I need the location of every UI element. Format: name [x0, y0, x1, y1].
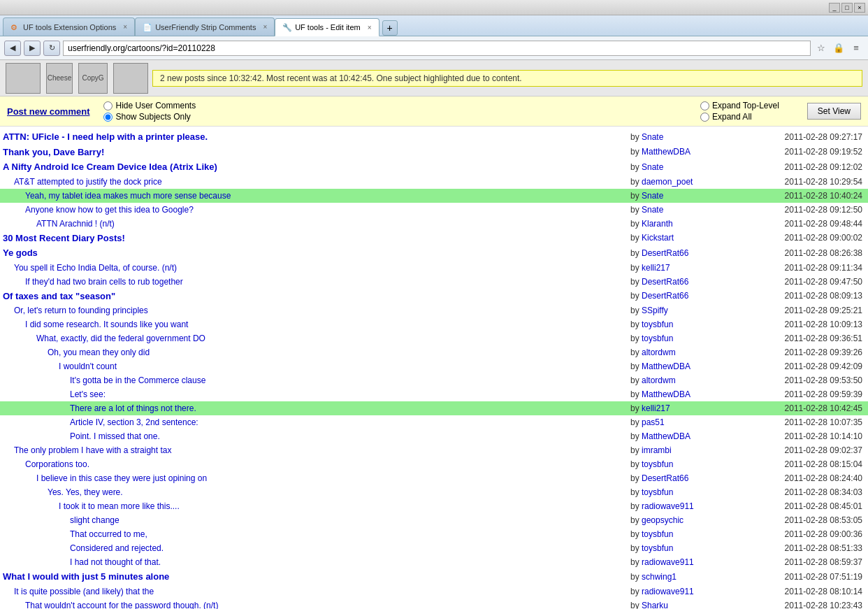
comment-by-cell: by Snate	[630, 161, 756, 173]
expand-top-level-radio[interactable]	[700, 101, 709, 110]
comment-author-link[interactable]: radiowave911	[642, 557, 694, 567]
post-new-comment-link[interactable]: Post new comment	[7, 106, 89, 117]
comment-author-link[interactable]: radiowave911	[642, 587, 694, 596]
comment-author-link[interactable]: MatthewDBA	[642, 431, 690, 441]
hide-user-comments-option[interactable]: Hide User Comments	[103, 101, 196, 110]
comment-author-link[interactable]: Klaranth	[642, 219, 673, 229]
comment-title-link[interactable]: AT&T attempted to justify the dock price	[14, 177, 162, 187]
comment-title-link[interactable]: If they'd had two brain cells to rub tog…	[25, 277, 183, 287]
comment-author-link[interactable]: DesertRat66	[642, 248, 688, 258]
comment-author-link[interactable]: DesertRat66	[642, 473, 688, 483]
refresh-button[interactable]: ↻	[43, 41, 60, 56]
tab-strip-comments[interactable]: 📄 UserFriendly Strip Comments ×	[135, 17, 275, 36]
comment-author-link[interactable]: MatthewDBA	[642, 147, 690, 157]
comment-title-link[interactable]: 30 Most Recent Diary Posts!	[3, 233, 125, 243]
comment-author-link[interactable]: imrambi	[642, 445, 672, 455]
comment-title-link[interactable]: Point. I missed that one.	[70, 431, 160, 441]
comment-title-link[interactable]: There are a lot of things not there.	[70, 403, 196, 413]
comment-author-link[interactable]: toysbfun	[642, 459, 673, 469]
forward-button[interactable]: ▶	[24, 41, 41, 56]
window-controls[interactable]: _ □ ×	[829, 3, 865, 13]
comment-title-link[interactable]: A Nifty Android Ice Cream Device Idea (A…	[3, 162, 217, 172]
comment-author-link[interactable]: kelli217	[642, 263, 670, 273]
comment-title-link[interactable]: That wouldn't account for the password t…	[25, 601, 218, 610]
comment-author-link[interactable]: Snate	[642, 205, 663, 215]
comment-title-link[interactable]: I took it to mean more like this....	[59, 501, 180, 511]
comment-author-link[interactable]: altordwm	[642, 348, 676, 357]
comment-author-link[interactable]: toysbfun	[642, 334, 673, 343]
comment-date-cell: 2011-02-28 09:27:17	[756, 131, 868, 143]
comment-title-link[interactable]: Let's see:	[70, 389, 106, 399]
expand-top-level-option[interactable]: Expand Top-Level	[700, 101, 779, 110]
comment-title-link[interactable]: It is quite possible (and likely) that t…	[14, 587, 154, 596]
comment-title-link[interactable]: Yes. Yes, they were.	[48, 487, 123, 497]
new-tab-button[interactable]: +	[382, 20, 398, 36]
comment-title-link[interactable]: slight change	[70, 515, 120, 525]
comment-author-link[interactable]: toysbfun	[642, 543, 673, 553]
comment-author-link[interactable]: altordwm	[642, 375, 676, 385]
comment-title-link[interactable]: Anyone know how to get this idea to Goog…	[25, 205, 194, 215]
comment-title-link[interactable]: I believe in this case they were just op…	[36, 473, 207, 483]
comment-title-link[interactable]: The only problem I have with a straight …	[14, 445, 171, 455]
comment-author-link[interactable]: pas51	[642, 417, 665, 427]
comment-author-link[interactable]: MatthewDBA	[642, 361, 690, 371]
comment-title-link[interactable]: It's gotta be in the Commerce clause	[70, 375, 205, 385]
comment-title-link[interactable]: You spell it Echo India Delta, of course…	[14, 263, 177, 273]
minimize-button[interactable]: _	[829, 3, 840, 13]
close-button[interactable]: ×	[854, 3, 865, 13]
comment-author-link[interactable]: SSpiffy	[642, 306, 668, 315]
menu-icon[interactable]: ≡	[848, 41, 864, 56]
expand-all-option[interactable]: Expand All	[700, 112, 779, 122]
bookmark-icon[interactable]: ☆	[813, 41, 829, 56]
comment-title-link[interactable]: ATTN Arachnid ! (n/t)	[36, 219, 115, 229]
comment-author-link[interactable]: DesertRat66	[642, 277, 688, 287]
tab-close-strip[interactable]: ×	[263, 23, 267, 31]
comment-title-link[interactable]: I had not thought of that.	[70, 557, 161, 567]
comment-author-link[interactable]: kelli217	[642, 403, 670, 413]
comment-title-link[interactable]: What, exactly, did the federal governmen…	[36, 334, 205, 343]
tab-close-edit[interactable]: ×	[368, 24, 372, 31]
comment-author-link[interactable]: radiowave911	[642, 501, 694, 511]
comment-title-link[interactable]: Corporations too.	[25, 459, 89, 469]
comment-author-link[interactable]: toysbfun	[642, 320, 673, 329]
comment-author-link[interactable]: DesertRat66	[642, 291, 688, 301]
expand-all-radio[interactable]	[700, 113, 709, 122]
comment-author-link[interactable]: Sharku	[642, 601, 668, 610]
comment-by-cell: by Snate	[630, 203, 756, 216]
maximize-button[interactable]: □	[841, 3, 853, 13]
comment-title-link[interactable]: That occurred to me,	[70, 529, 147, 539]
comment-title-link[interactable]: What I would with just 5 minutes alone	[3, 571, 169, 582]
comment-title-link[interactable]: Thank you, Dave Barry!	[3, 147, 104, 157]
show-subjects-radio[interactable]	[103, 113, 113, 122]
comment-author-link[interactable]: schwing1	[642, 572, 677, 582]
comment-title-link[interactable]: Yeah, my tablet idea makes much more sen…	[25, 191, 231, 201]
tab-uf-tools-options[interactable]: ⚙ UF tools Extension Options ×	[3, 17, 135, 36]
comment-title-link[interactable]: Considered and rejected.	[70, 543, 164, 553]
comic-images: Cheese CopyG	[6, 63, 148, 94]
comment-author-link[interactable]: MatthewDBA	[642, 389, 690, 399]
comment-author-link[interactable]: geopsychic	[642, 515, 683, 525]
show-subjects-option[interactable]: Show Subjects Only	[103, 112, 196, 122]
comment-title-link[interactable]: Article IV, section 3, 2nd sentence:	[70, 417, 198, 427]
comment-title-link[interactable]: ATTN: UFicle - I need help with a printe…	[3, 131, 208, 142]
comment-title-link[interactable]: Oh, you mean they only did	[48, 348, 150, 357]
hide-user-comments-radio[interactable]	[103, 101, 113, 110]
comment-title-link[interactable]: Ye gods	[3, 248, 38, 258]
comment-title-link[interactable]: I wouldn't count	[59, 361, 117, 371]
back-button[interactable]: ◀	[4, 41, 21, 56]
comment-title-link[interactable]: I did some research. It sounds like you …	[25, 320, 188, 329]
tab-close-options[interactable]: ×	[123, 23, 127, 31]
tab-edit-item[interactable]: 🔧 UF tools - Edit item ×	[275, 18, 379, 36]
address-input[interactable]	[63, 41, 811, 56]
comment-author-link[interactable]: Snate	[642, 132, 663, 142]
set-view-button[interactable]: Set View	[807, 103, 861, 120]
comment-author-link[interactable]: Kickstart	[642, 233, 674, 243]
comment-title-link[interactable]: Or, let's return to founding principles	[14, 306, 148, 315]
comment-title-link[interactable]: Of taxes and tax "season"	[3, 291, 115, 301]
comment-author-link[interactable]: Snate	[642, 191, 663, 201]
comment-author-link[interactable]: Snate	[642, 162, 663, 172]
security-icon[interactable]: 🔒	[831, 41, 846, 56]
comment-author-link[interactable]: toysbfun	[642, 487, 673, 497]
comment-author-link[interactable]: daemon_poet	[642, 177, 693, 187]
comment-author-link[interactable]: toysbfun	[642, 529, 673, 539]
